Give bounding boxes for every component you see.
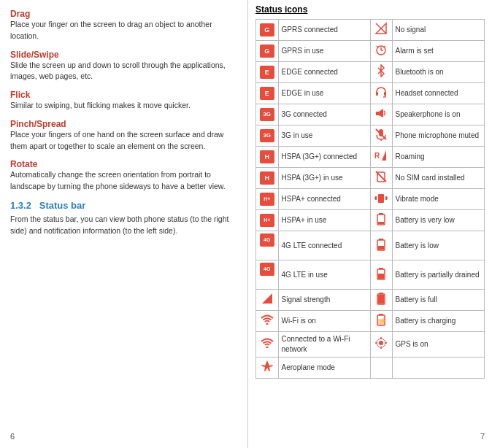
left-label-cell: HSPA (3G+) in use <box>278 168 370 189</box>
svg-rect-7 <box>376 92 378 96</box>
right-icon-cell <box>371 189 393 210</box>
svg-line-6 <box>384 46 386 47</box>
page-number-right: 7 <box>480 432 485 441</box>
table-row: H+HSPA+ connectedVibrate mode <box>256 189 485 210</box>
table-row: Connected to a Wi-Fi networkGPS is on <box>256 332 485 358</box>
svg-marker-12 <box>379 109 383 117</box>
table-row: GGPRS connectedNo signal <box>256 20 485 41</box>
right-icon-cell <box>371 104 393 125</box>
svg-rect-40 <box>379 314 383 315</box>
left-label-cell: EDGE connected <box>278 62 370 83</box>
right-label-cell: Headset connected <box>392 83 485 104</box>
right-label-cell: Battery is very low <box>392 210 485 231</box>
right-icon-cell <box>371 125 393 147</box>
flick-body: Similar to swiping, but flicking makes i… <box>10 100 234 112</box>
right-label-cell: GPS is on <box>392 332 485 358</box>
flick-section: Flick Similar to swiping, but flicking m… <box>10 90 234 112</box>
subsection-heading: 1.3.2 Status bar <box>10 200 234 211</box>
table-row: Aeroplane mode <box>256 358 485 379</box>
left-label-cell: Wi-Fi is on <box>278 311 370 332</box>
svg-rect-37 <box>378 295 384 304</box>
left-label-cell: 4G LTE in use <box>278 260 370 290</box>
table-row: GGPRS in useAlarm is set <box>256 41 485 62</box>
slide-title: Slide/Swipe <box>10 50 59 60</box>
flick-title: Flick <box>10 90 30 100</box>
status-icons-table: GGPRS connectedNo signalGGPRS in useAlar… <box>255 19 485 379</box>
left-icon-cell: 3G <box>256 104 279 125</box>
left-icon-cell: H+ <box>256 189 279 210</box>
svg-rect-11 <box>376 112 379 115</box>
table-row: HHSPA (3G+) in useNo SIM card installed <box>256 168 485 189</box>
svg-point-43 <box>266 347 268 349</box>
pinch-title: Pinch/Spread <box>10 119 66 129</box>
slide-section: Slide/Swipe Slide the screen up and down… <box>10 50 234 83</box>
right-label-cell <box>392 358 485 379</box>
right-icon-cell <box>371 210 393 231</box>
svg-rect-30 <box>378 246 384 250</box>
left-icon-cell: H <box>256 168 279 189</box>
page-number-left: 6 <box>10 432 15 441</box>
left-label-cell: 4G LTE connected <box>278 231 370 260</box>
left-label-cell: HSPA+ connected <box>278 189 370 210</box>
left-icon-cell <box>256 332 279 358</box>
left-label-cell: Aeroplane mode <box>278 358 370 379</box>
svg-text:⚡: ⚡ <box>378 317 385 325</box>
left-icon-cell: E <box>256 62 279 83</box>
right-icon-cell <box>371 20 393 41</box>
svg-rect-33 <box>378 274 384 279</box>
svg-rect-29 <box>379 239 383 240</box>
left-icon-cell <box>256 290 279 311</box>
left-label-cell: Signal strength <box>278 290 370 311</box>
left-icon-cell: G <box>256 20 279 41</box>
slide-body: Slide the screen up and down to scroll t… <box>10 60 234 83</box>
right-label-cell: Vibrate mode <box>392 189 485 210</box>
drag-body: Place your finger on the screen to drag … <box>10 19 234 42</box>
left-icon-cell <box>256 311 279 332</box>
table-row: HHSPA (3G+) connectedRRoaming <box>256 147 485 168</box>
right-label-cell: Battery is partially drained <box>392 260 485 290</box>
right-icon-cell <box>371 260 393 290</box>
right-panel: Status icons GGPRS connectedNo signalGGP… <box>248 0 492 448</box>
right-label-cell: Roaming <box>392 147 485 168</box>
right-label-cell: Bluetooth is on <box>392 62 485 83</box>
right-label-cell: No SIM card installed <box>392 168 485 189</box>
right-icon-cell <box>371 358 393 379</box>
right-icon-cell <box>371 231 393 260</box>
left-label-cell: EDGE in use <box>278 83 370 104</box>
svg-marker-34 <box>262 293 272 304</box>
status-bar-body: From the status bar, you can view both p… <box>10 214 234 237</box>
table-row: H+HSPA+ in useBattery is very low <box>256 210 485 231</box>
right-label-cell: Alarm is set <box>392 41 485 62</box>
svg-text:R: R <box>374 152 380 160</box>
pinch-body: Place your fingers of one hand on the sc… <box>10 129 234 152</box>
drag-section: Drag Place your finger on the screen to … <box>10 9 234 42</box>
left-icon-cell: G <box>256 41 279 62</box>
left-label-cell: 3G in use <box>278 125 370 147</box>
left-label-cell: 3G connected <box>278 104 370 125</box>
table-row: 3G3G in usePhone microphone muted <box>256 125 485 147</box>
right-icon-cell <box>371 41 393 62</box>
left-label-cell: HSPA (3G+) connected <box>278 147 370 168</box>
svg-marker-17 <box>382 150 386 161</box>
left-icon-cell: H <box>256 147 279 168</box>
status-bar-subsection: 1.3.2 Status bar From the status bar, yo… <box>10 200 234 237</box>
table-row: Signal strengthBattery is full <box>256 290 485 311</box>
left-icon-cell <box>256 358 279 379</box>
table-row: EEDGE in useHeadset connected <box>256 83 485 104</box>
left-label-cell: GPRS in use <box>278 41 370 62</box>
svg-point-38 <box>266 323 268 325</box>
table-row: EEDGE connectedBluetooth is on <box>256 62 485 83</box>
pinch-section: Pinch/Spread Place your fingers of one h… <box>10 119 234 152</box>
svg-rect-20 <box>378 194 384 203</box>
right-icon-cell <box>371 332 393 358</box>
right-icon-cell: ⚡ <box>371 311 393 332</box>
table-row: 3G3G connectedSpeakerphone is on <box>256 104 485 125</box>
svg-line-5 <box>377 46 379 47</box>
left-panel: Drag Place your finger on the screen to … <box>0 0 248 448</box>
svg-rect-27 <box>378 222 384 224</box>
right-icon-cell <box>371 168 393 189</box>
table-row: Wi-Fi is on⚡Battery is charging <box>256 311 485 332</box>
right-icon-cell <box>371 290 393 311</box>
svg-rect-32 <box>379 268 383 269</box>
right-label-cell: Phone microphone muted <box>392 125 485 147</box>
